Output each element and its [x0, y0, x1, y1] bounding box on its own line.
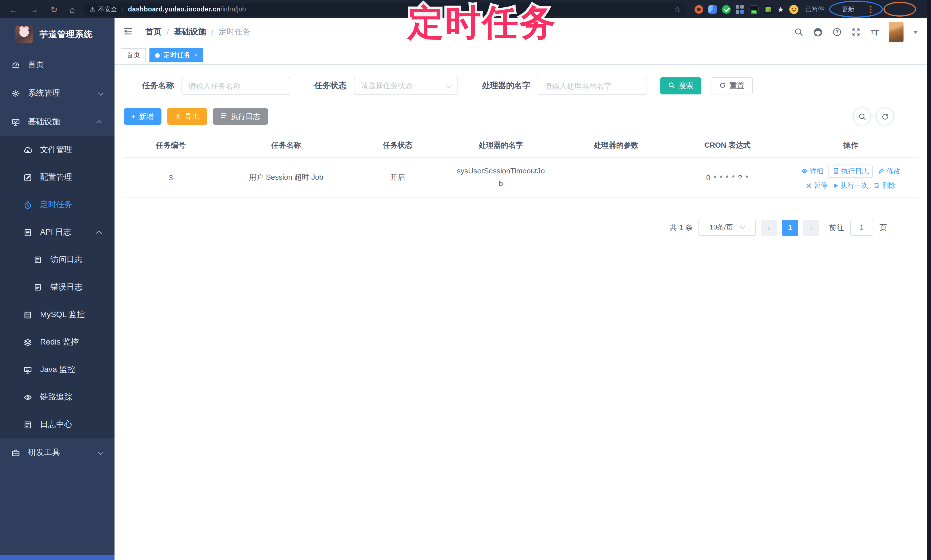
insecure-warning[interactable]: ⚠ 不安全: [89, 5, 117, 14]
close-tab-icon[interactable]: ×: [194, 52, 197, 58]
cell-handler-param: [561, 157, 672, 197]
address-bar[interactable]: ⚠ 不安全 dashboard.yudao.iocoder.cn /infra/…: [84, 3, 686, 16]
sidebar-item-infra[interactable]: 基础设施: [0, 108, 114, 136]
bookmark-star-icon[interactable]: ☆: [674, 5, 680, 14]
browser-toolbar: ← → ↻ ⌂ ⚠ 不安全 dashboard.yudao.iocoder.cn…: [0, 0, 931, 18]
extension-orange-icon[interactable]: [694, 5, 703, 14]
home-icon[interactable]: ⌂: [69, 5, 75, 14]
sidebar-item-system[interactable]: 系统管理: [0, 79, 114, 108]
tab-home[interactable]: 首页: [121, 48, 146, 62]
github-icon[interactable]: [813, 27, 823, 37]
chevron-down-icon: [98, 449, 104, 455]
export-button[interactable]: 导出: [167, 108, 207, 125]
job-status-select[interactable]: 请选择任务状态: [354, 77, 458, 95]
sidebar-item-mysql-monitor[interactable]: MySQL 监控: [0, 301, 114, 329]
handler-name-label: 处理器的名字: [482, 81, 530, 91]
sidebar-item-access-log[interactable]: 访问日志: [0, 246, 114, 274]
monitor-icon: [23, 365, 32, 374]
breadcrumb: 首页 / 基础设施 / 定时任务: [145, 27, 251, 37]
reload-icon[interactable]: ↻: [50, 5, 57, 14]
database-icon: [23, 310, 32, 319]
extensions-area: on ★ 已暂停 更新: [694, 4, 871, 14]
dashboard-icon: [11, 60, 20, 69]
sidebar-item-error-log[interactable]: 错误日志: [0, 274, 114, 301]
sidebar-item-api-logs[interactable]: API 日志: [0, 218, 114, 246]
sidebar-item-home[interactable]: 首页: [0, 50, 114, 79]
font-size-icon[interactable]: TT: [871, 28, 879, 36]
timer-icon: [23, 200, 32, 209]
search-icon[interactable]: [794, 28, 804, 37]
url-divider: [122, 6, 123, 12]
topbar-icons: TT: [794, 18, 918, 46]
chrome-update-button[interactable]: 更新: [842, 5, 855, 14]
sidebar-item-tracing[interactable]: 链路追踪: [0, 383, 114, 411]
page-size-select[interactable]: 10条/页: [698, 220, 756, 235]
search-button[interactable]: 搜索: [660, 77, 701, 94]
run-once-link[interactable]: 执行一次: [833, 180, 868, 190]
sidebar-item-config-manage[interactable]: 配置管理: [0, 164, 114, 191]
page-1-button[interactable]: 1: [782, 220, 798, 235]
toggle-search-icon[interactable]: [853, 108, 871, 125]
list-icon: [220, 112, 227, 121]
breadcrumb-home[interactable]: 首页: [145, 27, 162, 37]
job-name-label: 任务名称: [142, 81, 174, 91]
job-status-label: 任务状态: [314, 81, 347, 91]
col-handler-param: 处理器的参数: [561, 134, 672, 157]
screenshot-stage: ← → ↻ ⌂ ⚠ 不安全 dashboard.yudao.iocoder.cn…: [0, 0, 931, 560]
filter-form: 任务名称 任务状态 请选择任务状态 处理器的名字 搜索 重置: [142, 77, 927, 95]
fullscreen-icon[interactable]: [852, 28, 861, 37]
exec-log-button[interactable]: 执行日志: [213, 108, 268, 125]
extension-grid-icon[interactable]: [735, 5, 744, 14]
extension-green-check-icon[interactable]: [722, 5, 730, 14]
user-avatar[interactable]: [889, 22, 903, 42]
plus-icon: +: [131, 112, 136, 121]
cloud-upload-icon: [23, 145, 32, 154]
main-area: 首页 / 基础设施 / 定时任务 TT 首页 定时任务: [114, 18, 927, 560]
reset-button[interactable]: 重置: [711, 77, 753, 94]
sidebar-item-dev-tools[interactable]: 研发工具: [0, 438, 114, 467]
col-cron: CRON 表达式: [672, 134, 783, 157]
refresh-table-icon[interactable]: [876, 108, 894, 125]
forward-icon[interactable]: →: [30, 5, 39, 14]
back-icon[interactable]: ←: [9, 5, 18, 14]
cell-handler-name: sysUserSessionTimeoutJob: [441, 157, 561, 197]
cell-actions: 详细 执行日志 修改: [783, 157, 919, 197]
handler-name-input[interactable]: [538, 77, 646, 95]
col-actions: 操作: [783, 134, 919, 157]
hamburger-icon[interactable]: [123, 26, 133, 38]
detail-link[interactable]: 详细: [801, 166, 824, 176]
sidebar-item-file-manage[interactable]: 文件管理: [0, 136, 114, 164]
browser-menu-icon[interactable]: [870, 5, 872, 13]
add-button[interactable]: + 新增: [124, 108, 161, 125]
topbar: 首页 / 基础设施 / 定时任务 TT: [114, 18, 927, 46]
table-header-row: 任务编号 任务名称 任务状态 处理器的名字 处理器的参数 CRON 表达式 操作: [123, 134, 919, 157]
delete-link[interactable]: 删除: [874, 180, 896, 190]
row-exec-log-link[interactable]: 执行日志: [829, 165, 873, 178]
gear-icon: [11, 89, 20, 98]
sidebar-item-redis-monitor[interactable]: Redis 监控: [0, 329, 114, 356]
edit-link[interactable]: 修改: [878, 166, 900, 176]
prev-page-button[interactable]: ‹: [761, 220, 777, 235]
refresh-icon: [719, 82, 726, 90]
pause-link[interactable]: 暂停: [806, 180, 828, 190]
sidebar-item-scheduled-jobs[interactable]: 定时任务: [0, 191, 114, 218]
doc-edit-icon: [33, 255, 42, 265]
caret-down-icon[interactable]: [913, 31, 918, 34]
tampermonkey-emoji-icon[interactable]: [789, 4, 799, 14]
table-row: 3 用户 Session 超时 Job 开启 sysUserSessionTim…: [123, 157, 919, 197]
extension-blue-icon[interactable]: [708, 5, 717, 14]
sidebar: 芋道管理系统 首页 系统管理 基础设施 文件管理 配置管理 定时任务: [0, 18, 114, 560]
help-icon[interactable]: [833, 28, 842, 37]
extension-star-icon[interactable]: ★: [777, 5, 784, 14]
sidebar-item-java-monitor[interactable]: Java 监控: [0, 356, 114, 383]
breadcrumb-infra[interactable]: 基础设施: [174, 27, 206, 37]
extension-wrench-icon[interactable]: [763, 5, 772, 14]
cell-job-name: 用户 Session 超时 Job: [219, 157, 354, 197]
extension-on-badge-icon[interactable]: on: [749, 5, 758, 14]
sidebar-item-log-center[interactable]: 日志中心: [0, 411, 114, 438]
tab-scheduled-jobs[interactable]: 定时任务 ×: [150, 48, 203, 62]
next-page-button[interactable]: ›: [803, 220, 819, 235]
job-name-input[interactable]: [182, 77, 290, 95]
app-logo[interactable]: 芋道管理系统: [0, 18, 114, 50]
goto-page-input[interactable]: [850, 220, 873, 235]
